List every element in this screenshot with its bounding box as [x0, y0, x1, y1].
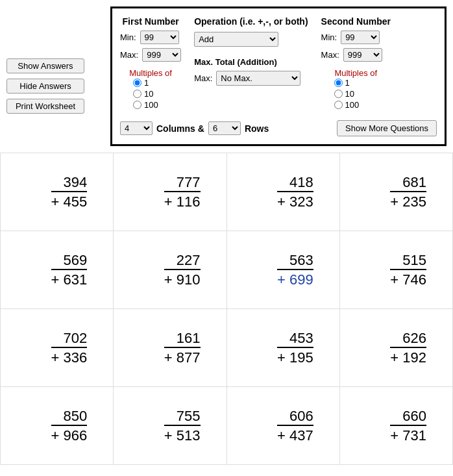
first-mult-1[interactable]: 1	[133, 78, 181, 88]
first-number-title: First Number	[120, 16, 181, 27]
problem-cell: 777+ 116	[114, 153, 226, 231]
bottom-number: + 192	[390, 347, 426, 366]
config-box: First Number Min: 99010100 Max: 99999999…	[110, 6, 447, 146]
math-problem: 755+ 513	[164, 408, 201, 444]
operation-title-text: Operation (i.e. +,-, or both)	[194, 16, 308, 27]
top-number: 515	[390, 252, 426, 269]
table-row: 569+ 631227+ 910563+ 699515+ 746	[1, 231, 453, 309]
problem-cell: 563+ 699	[226, 231, 339, 309]
second-number-col: Second Number Min: 99010100 Max: 9999999…	[321, 16, 391, 110]
first-multiples-title: Multiples of	[120, 68, 181, 78]
problem-cell: 227+ 910	[114, 231, 226, 309]
show-answers-button[interactable]: Show Answers	[6, 58, 84, 73]
problem-cell: 681+ 235	[339, 153, 452, 231]
first-max-label: Max:	[120, 50, 138, 60]
problem-cell: 660+ 731	[339, 387, 452, 465]
math-problem: 681+ 235	[390, 174, 426, 210]
second-number-title: Second Number	[321, 16, 391, 27]
show-more-questions-button[interactable]: Show More Questions	[337, 120, 437, 136]
rows-label: Rows	[245, 123, 269, 134]
bottom-number: + 699	[277, 269, 313, 288]
bottom-number: + 455	[51, 191, 88, 210]
second-multiples-group: 1 10 100	[321, 78, 391, 110]
columns-select[interactable]: 123456	[120, 121, 153, 135]
second-max-row: Max: 999999999	[321, 48, 391, 62]
bottom-number: + 195	[277, 347, 313, 366]
problem-cell: 515+ 746	[339, 231, 452, 309]
top-number: 563	[277, 252, 313, 269]
top-number: 777	[164, 174, 201, 191]
top-number: 418	[277, 174, 313, 191]
top-number: 681	[390, 174, 426, 191]
bottom-number: + 513	[164, 425, 201, 444]
problem-cell: 702+ 336	[1, 309, 114, 387]
bottom-number: + 235	[390, 191, 426, 210]
operation-select[interactable]: AddSubtractBoth	[194, 32, 278, 47]
math-problem: 777+ 116	[164, 174, 201, 210]
second-mult-1[interactable]: 1	[334, 78, 391, 88]
max-total-label: Max:	[194, 73, 212, 83]
problem-cell: 453+ 195	[226, 309, 339, 387]
first-mult-10[interactable]: 10	[133, 89, 181, 99]
problem-cell: 394+ 455	[1, 153, 114, 231]
second-min-select[interactable]: 99010100	[341, 31, 380, 44]
max-total-section: Max. Total (Addition) Max: No Max.100500…	[194, 57, 308, 86]
second-min-label: Min:	[321, 32, 337, 42]
table-row: 702+ 336161+ 877453+ 195626+ 192	[1, 309, 453, 387]
first-min-row: Min: 99010100	[120, 31, 181, 44]
math-problem: 569+ 631	[51, 252, 88, 288]
max-total-row: Max: No Max.1005001000	[194, 71, 308, 86]
first-max-row: Max: 999999999	[120, 48, 181, 62]
math-problem: 161+ 877	[164, 330, 201, 366]
table-row: 850+ 966755+ 513606+ 437660+ 731	[1, 387, 453, 465]
config-bottom-row: 123456 Columns & 12345678 Rows Show More…	[120, 116, 437, 136]
table-row: 394+ 455777+ 116418+ 323681+ 235	[1, 153, 453, 231]
first-multiples-group: 1 10 100	[120, 78, 181, 110]
math-problem: 418+ 323	[277, 174, 313, 210]
bottom-number: + 116	[164, 191, 201, 210]
second-mult-100[interactable]: 100	[334, 100, 391, 110]
problem-cell: 850+ 966	[1, 387, 114, 465]
first-number-col: First Number Min: 99010100 Max: 99999999…	[120, 16, 181, 110]
math-problem: 702+ 336	[51, 330, 88, 366]
top-number: 453	[277, 330, 313, 347]
bottom-number: + 910	[164, 269, 201, 288]
problem-cell: 606+ 437	[226, 387, 339, 465]
top-section: Show Answers Hide Answers Print Workshee…	[0, 0, 453, 153]
top-number: 702	[51, 330, 88, 347]
columns-rows-section: 123456 Columns & 12345678 Rows	[120, 121, 269, 135]
first-mult-100[interactable]: 100	[133, 100, 181, 110]
config-top-row: First Number Min: 99010100 Max: 99999999…	[120, 16, 437, 110]
columns-label: Columns &	[156, 123, 204, 134]
first-min-select[interactable]: 99010100	[140, 31, 179, 44]
bottom-number: + 731	[390, 425, 426, 444]
print-worksheet-button[interactable]: Print Worksheet	[6, 99, 84, 114]
second-multiples-title: Multiples of	[321, 68, 391, 78]
operation-col: Operation (i.e. +,-, or both) AddSubtrac…	[194, 16, 308, 86]
math-problem: 453+ 195	[277, 330, 313, 366]
top-number: 755	[164, 408, 201, 425]
second-mult-10[interactable]: 10	[334, 89, 391, 99]
top-number: 227	[164, 252, 201, 269]
top-number: 606	[277, 408, 313, 425]
top-number: 660	[390, 408, 426, 425]
top-number: 626	[390, 330, 426, 347]
problem-cell: 626+ 192	[339, 309, 452, 387]
math-problem: 850+ 966	[51, 408, 88, 444]
problem-cell: 418+ 323	[226, 153, 339, 231]
worksheet-table: 394+ 455777+ 116418+ 323681+ 235569+ 631…	[0, 153, 453, 465]
max-total-title: Max. Total (Addition)	[194, 57, 308, 67]
second-max-select[interactable]: 999999999	[343, 48, 382, 62]
first-max-select[interactable]: 999999999	[142, 48, 181, 62]
math-problem: 606+ 437	[277, 408, 313, 444]
hide-answers-button[interactable]: Hide Answers	[6, 79, 84, 94]
top-number: 161	[164, 330, 201, 347]
top-number: 569	[51, 252, 88, 269]
bottom-number: + 631	[51, 269, 88, 288]
max-total-select[interactable]: No Max.1005001000	[216, 71, 300, 86]
math-problem: 394+ 455	[51, 174, 88, 210]
rows-select[interactable]: 12345678	[208, 121, 241, 135]
bottom-number: + 877	[164, 347, 201, 366]
second-max-label: Max:	[321, 50, 339, 60]
bottom-number: + 336	[51, 347, 88, 366]
